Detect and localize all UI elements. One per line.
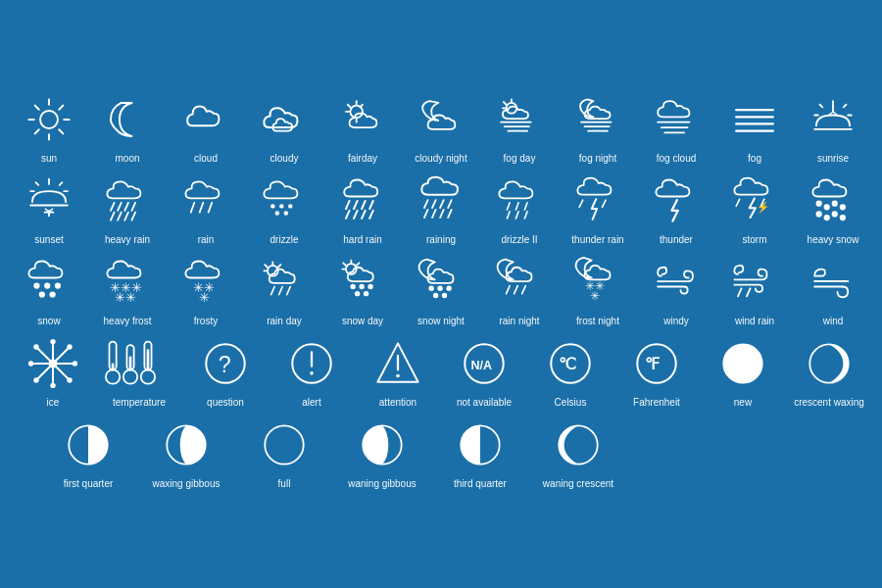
svg-line-5 bbox=[35, 105, 39, 109]
svg-line-91 bbox=[736, 199, 740, 206]
icon-item-snow-night: snow night bbox=[402, 254, 480, 327]
icon-item-snow-day: snow day bbox=[323, 254, 402, 327]
icon-item-snow: snow bbox=[10, 254, 88, 327]
svg-line-13 bbox=[348, 104, 351, 107]
svg-line-70 bbox=[369, 201, 373, 209]
svg-line-68 bbox=[354, 201, 358, 209]
svg-point-158 bbox=[33, 377, 38, 382]
icon-label-first-quarter: first quarter bbox=[64, 477, 114, 490]
icon-label-cloudy-night: cloudy night bbox=[415, 152, 466, 165]
icon-label-fog-night: fog night bbox=[579, 152, 616, 165]
svg-point-99 bbox=[824, 215, 828, 219]
icon-item-sun: sun bbox=[10, 91, 88, 165]
svg-line-14 bbox=[360, 104, 363, 107]
svg-line-145 bbox=[747, 288, 751, 296]
icon-label-thunder-rain: thunder rain bbox=[571, 233, 623, 246]
svg-point-101 bbox=[841, 215, 845, 219]
svg-point-136 bbox=[434, 293, 438, 297]
icon-item-not-available: N/A not available bbox=[445, 335, 523, 409]
weather-row-3: snow ✳ ✳ ✳ ✳ ✳ heavy frost ✳ bbox=[10, 254, 872, 327]
icon-item-waning-crescent: waning crescent bbox=[539, 416, 617, 490]
icon-label-fog-cloud: fog cloud bbox=[657, 152, 697, 165]
icon-label-new-moon: new bbox=[734, 396, 752, 409]
icon-item-temperature: temperature bbox=[100, 335, 178, 409]
svg-point-94 bbox=[816, 201, 820, 205]
icon-item-heavy-frost: ✳ ✳ ✳ ✳ ✳ heavy frost bbox=[88, 254, 167, 327]
icon-item-fog-day: fog day bbox=[480, 91, 559, 165]
svg-line-119 bbox=[278, 265, 281, 268]
icon-item-alert: alert bbox=[272, 335, 351, 409]
svg-point-105 bbox=[40, 292, 44, 296]
svg-line-56 bbox=[118, 212, 122, 220]
icon-item-rain-day: rain day bbox=[245, 254, 323, 327]
weather-row-2: sunset heavy rain bbox=[10, 172, 872, 246]
svg-line-80 bbox=[432, 209, 436, 217]
svg-line-42 bbox=[36, 182, 39, 185]
svg-point-156 bbox=[33, 344, 38, 349]
svg-line-121 bbox=[279, 286, 283, 294]
icon-label-drizzle: drizzle bbox=[270, 233, 299, 246]
icon-label-crescent-waxing: crescent waxing bbox=[794, 396, 864, 409]
svg-text:✳: ✳ bbox=[199, 290, 210, 304]
svg-point-162 bbox=[106, 369, 120, 383]
svg-line-140 bbox=[522, 285, 526, 293]
weather-row-5: first quarter waxing gibbous full bbox=[10, 416, 872, 490]
icon-item-frosty: ✳ ✳ ✳ frosty bbox=[167, 254, 245, 327]
svg-line-79 bbox=[424, 209, 428, 217]
icon-item-fog: fog bbox=[715, 91, 794, 165]
svg-line-82 bbox=[448, 209, 452, 217]
icon-item-cloudy-night: cloudy night bbox=[402, 91, 480, 165]
svg-line-51 bbox=[111, 202, 115, 210]
svg-line-7 bbox=[59, 105, 63, 109]
svg-text:⚡: ⚡ bbox=[757, 200, 770, 213]
icon-item-rain-night: rain night bbox=[480, 254, 559, 327]
svg-point-131 bbox=[356, 291, 360, 295]
icon-label-fog: fog bbox=[748, 152, 761, 165]
svg-line-90 bbox=[602, 200, 606, 207]
svg-line-58 bbox=[131, 212, 135, 220]
svg-line-18 bbox=[504, 102, 507, 105]
svg-line-88 bbox=[524, 211, 527, 218]
icon-label-thunder: thunder bbox=[660, 233, 693, 246]
svg-point-134 bbox=[438, 286, 442, 290]
svg-line-74 bbox=[369, 210, 373, 218]
icon-item-cloudy: cloudy bbox=[245, 91, 323, 165]
icon-item-third-quarter: third quarter bbox=[441, 416, 519, 490]
icon-item-fairday: fairday bbox=[323, 91, 402, 165]
icon-label-not-available: not available bbox=[457, 396, 512, 409]
icon-item-attention: attention bbox=[359, 335, 437, 409]
icon-item-cloud: cloud bbox=[167, 91, 245, 165]
icon-label-question: question bbox=[207, 396, 244, 409]
svg-text:✳: ✳ bbox=[125, 290, 136, 304]
icon-label-snow-night: snow night bbox=[417, 315, 465, 327]
svg-line-81 bbox=[440, 209, 444, 217]
icon-item-fahrenheit: ℉ Fahrenheit bbox=[617, 335, 696, 409]
svg-point-128 bbox=[351, 284, 355, 288]
icon-item-heavy-rain: heavy rain bbox=[88, 172, 167, 246]
svg-line-127 bbox=[357, 263, 360, 266]
svg-line-138 bbox=[507, 285, 511, 293]
svg-line-34 bbox=[844, 104, 847, 107]
svg-line-75 bbox=[424, 200, 428, 208]
icon-item-question: ? question bbox=[186, 335, 265, 409]
svg-point-102 bbox=[34, 283, 38, 287]
icon-label-wind: wind bbox=[823, 315, 844, 327]
svg-point-135 bbox=[447, 286, 451, 290]
svg-point-188 bbox=[265, 425, 303, 464]
svg-point-132 bbox=[365, 291, 368, 295]
icon-item-waning-gibbous: waning gibbous bbox=[343, 416, 421, 490]
svg-line-139 bbox=[514, 285, 518, 293]
icon-item-thunder: thunder bbox=[637, 172, 715, 246]
svg-point-130 bbox=[368, 284, 372, 288]
icon-item-frost-night: ✳ ✳ ✳ frost night bbox=[559, 254, 637, 327]
icon-label-full-moon: full bbox=[278, 477, 291, 490]
icon-label-storm: storm bbox=[743, 233, 767, 246]
icon-label-waxing-gibbous: waxing gibbous bbox=[153, 477, 220, 490]
icon-label-moon: moon bbox=[115, 152, 139, 165]
icon-item-ice: ice bbox=[14, 335, 92, 409]
svg-point-98 bbox=[816, 212, 820, 216]
svg-line-122 bbox=[287, 286, 291, 294]
icon-label-rain-night: rain night bbox=[499, 315, 539, 327]
svg-line-87 bbox=[515, 211, 518, 218]
svg-text:?: ? bbox=[219, 351, 231, 376]
